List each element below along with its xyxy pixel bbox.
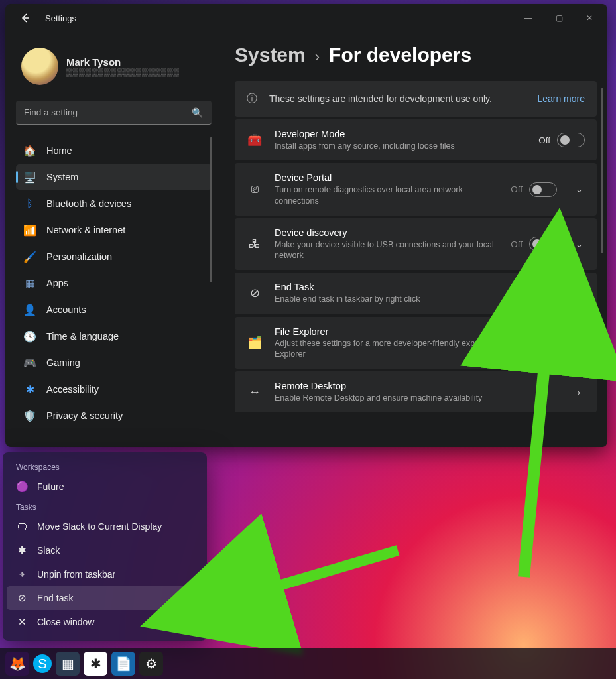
window-title: Settings <box>45 13 76 23</box>
home-icon: 🏠 <box>23 143 37 158</box>
notepad-icon[interactable]: 📄 <box>111 652 135 676</box>
setting-subtitle: Install apps from any source, including … <box>275 141 526 151</box>
context-label: Unpin from taskbar <box>37 569 115 580</box>
setting-row-file-explorer[interactable]: 🗂️ File Explorer Adjust these settings f… <box>235 317 597 369</box>
sidebar-item-time-language[interactable]: 🕓 Time & language <box>16 324 212 349</box>
context-label: Future <box>37 481 64 492</box>
settings-icon[interactable]: ⚙ <box>139 652 163 676</box>
context-item-close-window[interactable]: ✕ Close window <box>7 610 203 634</box>
context-item-future[interactable]: 🟣 Future <box>7 475 203 499</box>
info-bar: ⓘ These settings are intended for develo… <box>235 81 597 117</box>
setting-row-end-task: ⊘ End Task Enable end task in taskbar by… <box>235 273 597 314</box>
sidebar-item-label: Home <box>46 145 72 156</box>
scrollbar[interactable] <box>601 88 603 253</box>
privacy-icon: 🛡️ <box>23 408 37 423</box>
skype-icon[interactable]: S <box>33 654 52 673</box>
dev-mode-icon: 🧰 <box>247 133 263 147</box>
sidebar-item-apps[interactable]: ▦ Apps <box>16 271 212 296</box>
setting-row-device-discovery[interactable]: 🖧 Device discovery Make your device visi… <box>235 218 597 271</box>
toggle-state-label: On <box>538 288 550 298</box>
future-icon: 🟣 <box>16 481 28 493</box>
sidebar-item-label: Bluetooth & devices <box>46 198 131 209</box>
close-button[interactable]: ✕ <box>574 4 605 32</box>
setting-title: File Explorer <box>275 326 557 337</box>
firefox-icon[interactable]: 🦊 <box>5 652 29 676</box>
accounts-icon: 👤 <box>23 302 37 317</box>
sidebar-item-bluetooth-devices[interactable]: ᛒ Bluetooth & devices <box>16 191 212 216</box>
context-item-unpin[interactable]: ⌖ Unpin from taskbar <box>7 562 203 586</box>
context-item-slack[interactable]: ✱ Slack <box>7 538 203 562</box>
device-discovery-icon: 🖧 <box>247 237 263 251</box>
network-icon: 📶 <box>23 223 37 237</box>
calculator-icon[interactable]: ▦ <box>56 652 80 676</box>
svg-line-1 <box>252 550 398 593</box>
sidebar-item-network-internet[interactable]: 📶 Network & internet <box>16 217 212 243</box>
sidebar-item-label: Apps <box>46 278 68 288</box>
personalization-icon: 🖌️ <box>23 249 37 264</box>
sidebar-item-label: Gaming <box>46 357 80 368</box>
search-icon: 🔍 <box>192 107 203 118</box>
sidebar-item-label: Privacy & security <box>46 410 123 421</box>
learn-more-link[interactable]: Learn more <box>537 93 585 104</box>
file-explorer-icon: 🗂️ <box>247 336 263 350</box>
profile-email: ▒▒▒▒▒▒▒▒▒▒▒▒▒▒▒▒▒▒ <box>66 68 180 77</box>
sidebar-item-accounts[interactable]: 👤 Accounts <box>16 297 212 322</box>
gaming-icon: 🎮 <box>23 355 37 370</box>
toggle-switch[interactable] <box>529 237 557 251</box>
minimize-button[interactable]: ― <box>513 4 544 32</box>
sidebar: Mark Tyson ▒▒▒▒▒▒▒▒▒▒▒▒▒▒▒▒▒▒ 🔍 🏠 Home🖥️… <box>5 32 217 447</box>
sidebar-item-privacy-security[interactable]: 🛡️ Privacy & security <box>16 403 212 428</box>
setting-subtitle: Enable end task in taskbar by right clic… <box>275 294 526 304</box>
toggle-state-label: Off <box>538 135 550 145</box>
sidebar-item-label: Accounts <box>46 304 86 315</box>
context-label: Move Slack to Current Display <box>37 521 162 532</box>
device-portal-icon: ⎚ <box>247 182 263 196</box>
setting-subtitle: Turn on remote diagnostics over local ar… <box>275 184 499 206</box>
chevron-right-icon: › <box>315 48 320 66</box>
sidebar-item-system[interactable]: 🖥️ System <box>16 164 212 190</box>
slack-icon: ✱ <box>16 544 28 556</box>
setting-title: End Task <box>275 282 526 292</box>
sidebar-item-home[interactable]: 🏠 Home <box>16 138 212 163</box>
slack-icon[interactable]: ✱ <box>84 652 107 676</box>
toggle-switch[interactable] <box>529 182 557 197</box>
sidebar-item-personalization[interactable]: 🖌️ Personalization <box>16 244 212 269</box>
bluetooth-icon: ᛒ <box>23 196 37 211</box>
setting-row-device-portal[interactable]: ⎚ Device Portal Turn on remote diagnosti… <box>235 163 597 216</box>
chevron-right-icon: › <box>573 387 585 397</box>
chevron-down-icon: ⌄ <box>573 239 585 249</box>
sidebar-item-gaming[interactable]: 🎮 Gaming <box>16 350 212 375</box>
close-icon: ✕ <box>16 616 28 628</box>
context-item-move-display[interactable]: 🖵 Move Slack to Current Display <box>7 515 203 538</box>
setting-row-remote-desktop[interactable]: ↔ Remote Desktop Enable Remote Desktop a… <box>235 371 597 412</box>
maximize-button[interactable]: ▢ <box>544 4 574 32</box>
setting-title: Device discovery <box>275 227 499 238</box>
profile-block[interactable]: Mark Tyson ▒▒▒▒▒▒▒▒▒▒▒▒▒▒▒▒▒▒ <box>16 32 212 97</box>
sidebar-item-label: Network & internet <box>46 225 125 235</box>
end-task-icon: ⊘ <box>16 592 28 604</box>
titlebar: Settings ― ▢ ✕ <box>5 4 607 32</box>
setting-subtitle: Adjust these settings for a more develop… <box>275 338 557 360</box>
avatar <box>21 48 58 85</box>
toggle-state-label: Off <box>511 184 523 194</box>
display-icon: 🖵 <box>16 521 28 532</box>
context-label: Slack <box>37 545 60 556</box>
sidebar-item-accessibility[interactable]: ✱ Accessibility <box>16 377 212 402</box>
toggle-switch[interactable] <box>557 133 585 147</box>
profile-name: Mark Tyson <box>66 56 180 68</box>
info-icon: ⓘ <box>247 92 257 106</box>
unpin-icon: ⌖ <box>16 568 28 580</box>
context-label: End task <box>37 593 73 603</box>
context-item-end-task[interactable]: ⊘ End task <box>7 586 203 610</box>
apps-icon: ▦ <box>23 276 37 290</box>
setting-subtitle: Make your device visible to USB connecti… <box>275 239 499 261</box>
nav-list[interactable]: 🏠 Home🖥️ Systemᛒ Bluetooth & devices📶 Ne… <box>16 137 212 428</box>
back-button[interactable] <box>16 9 34 27</box>
setting-subtitle: Enable Remote Desktop and ensure machine… <box>275 393 557 403</box>
taskbar: 🦊S▦✱📄⚙ <box>0 648 616 679</box>
search-input[interactable] <box>16 101 212 125</box>
main-panel: System › For developers ⓘ These settings… <box>217 32 607 447</box>
breadcrumb-level1[interactable]: System <box>235 44 306 66</box>
toggle-switch[interactable] <box>557 286 585 300</box>
chevron-down-icon: ⌄ <box>573 184 585 194</box>
